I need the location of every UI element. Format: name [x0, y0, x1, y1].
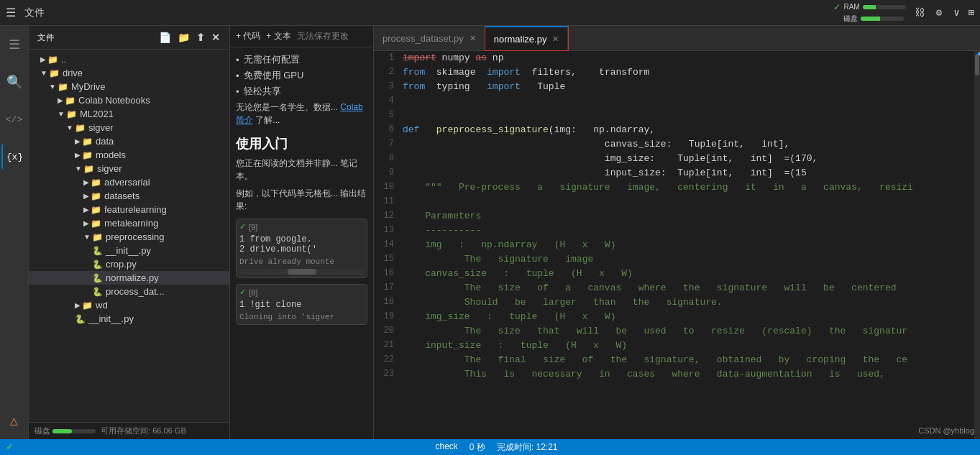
activity-menu-icon[interactable]: ☰	[1, 32, 27, 58]
status-time-label: 0 秒	[470, 441, 485, 454]
activity-explorer-icon[interactable]: {x}	[1, 144, 27, 170]
tree-item-metalearning[interactable]: ▶ 📁 metalearning	[29, 216, 229, 230]
status-check-icon: ✓	[6, 442, 13, 452]
tree-item-sigver2[interactable]: ▼ 📁 sigver	[29, 162, 229, 175]
chevron-down-icon: ▼	[75, 165, 82, 173]
link-icon[interactable]: ⛓	[912, 6, 928, 20]
tree-item-adversarial[interactable]: ▶ 📁 adversarial	[29, 175, 229, 189]
tree-item-wd[interactable]: ▶ 📁 wd	[29, 298, 229, 312]
tab-normalize[interactable]: normalize.py ✕	[485, 26, 569, 50]
cell-block-2[interactable]: ✓ [8] 1 !git clone Cloning into 'sigver	[236, 284, 367, 325]
upload-icon[interactable]: ⬆	[196, 32, 206, 43]
code-line-14: 14 img : np.ndarray (H x W)	[377, 238, 974, 252]
chevron-down-icon[interactable]: ∨	[951, 5, 962, 20]
editor-area: 1 import numpy as np 2 from skimage impo…	[374, 51, 980, 439]
tree-label: models	[96, 150, 126, 160]
tree-label: MyDrive	[71, 81, 106, 92]
cell-header-2: ✓ [8]	[239, 288, 364, 297]
tree-item-ml2021[interactable]: ▼ 📁 ML2021	[29, 107, 229, 121]
tree-item-normalize[interactable]: 🐍 normalize.py	[29, 271, 229, 285]
notebook-panel: + 代码 + 文本 无法保存更改 • 无需任何配置 • 免费使用 GPU • 轻…	[230, 26, 374, 439]
chevron-right-icon: ▶	[75, 137, 81, 145]
line-num-15: 15	[377, 252, 403, 265]
settings-icon[interactable]: ⚙	[933, 5, 945, 20]
folder-icon: 📁	[82, 300, 93, 311]
grid-icon[interactable]: ⊞	[968, 6, 974, 19]
tab-process-dataset[interactable]: process_dataset.py ✕	[374, 26, 485, 50]
tab-label-process: process_dataset.py	[383, 33, 464, 44]
tree-item-datasets[interactable]: ▶ 📁 datasets	[29, 189, 229, 203]
code-line-12: 12 Parameters	[377, 209, 974, 224]
activity-bottom: △	[1, 408, 27, 433]
status-check-label: check	[435, 441, 457, 454]
bullet-text-1: 无需任何配置	[244, 53, 300, 66]
activity-triangle-icon[interactable]: △	[1, 408, 27, 433]
folder-icon: 📁	[82, 150, 93, 160]
tree-item-dotdot[interactable]: ▶ 📁 ..	[29, 52, 229, 66]
ram-row: ✓ RAM	[833, 2, 905, 12]
line-content-7: canvas_size: Tuple[int, int],	[403, 137, 974, 152]
tree-item-mydrive[interactable]: ▼ 📁 MyDrive	[29, 80, 229, 93]
file-tree[interactable]: ▶ 📁 .. ▼ 📁 drive ▼ 📁 MyDrive ▶ 📁 Colab N…	[29, 50, 229, 422]
line-num-1: 1	[377, 51, 403, 64]
cell-block-1[interactable]: ✓ [9] 1 from google. 2 drive.mount(' Dri…	[236, 219, 367, 278]
folder-icon: 📁	[65, 96, 75, 106]
tree-item-processdat[interactable]: 🐍 process_dat...	[29, 285, 229, 298]
explorer-close-icon[interactable]: ✕	[211, 32, 221, 43]
scrollbar-thumb[interactable]	[288, 269, 316, 275]
editor-content[interactable]: 1 import numpy as np 2 from skimage impo…	[377, 51, 974, 439]
new-folder-icon[interactable]: 📁	[178, 32, 191, 43]
tree-item-sigver1[interactable]: ▼ 📁 sigver	[29, 121, 229, 134]
cell-header-1: ✓ [9]	[239, 222, 364, 231]
bullet-text-3: 轻松共享	[244, 85, 281, 98]
tree-label: datasets	[104, 190, 139, 201]
line-num-20: 20	[377, 324, 403, 337]
code-line-4: 4	[377, 94, 974, 109]
activity-code-icon[interactable]: </>	[1, 106, 27, 132]
tree-label: Colab Notebooks	[78, 95, 150, 106]
line-content-14: img : np.ndarray (H x W)	[403, 238, 974, 252]
line-num-13: 13	[377, 224, 403, 236]
scrollbar-thumb[interactable]	[975, 54, 979, 75]
tree-item-colab-notebooks[interactable]: ▶ 📁 Colab Notebooks	[29, 93, 229, 107]
code-line-19: 19 img_size : tuple (H x W)	[377, 310, 974, 324]
tab-close-normalize[interactable]: ✕	[552, 35, 559, 44]
add-text-button[interactable]: + 文本	[266, 30, 290, 42]
code-line-1: 1 import numpy as np	[377, 51, 974, 65]
tree-item-init2[interactable]: 🐍 __init__.py	[29, 312, 229, 326]
notebook-content: • 无需任何配置 • 免费使用 GPU • 轻松共享 无论您是一名学生、数据..…	[230, 47, 373, 336]
tab-label-normalize: normalize.py	[494, 34, 547, 45]
tree-item-crop[interactable]: 🐍 crop.py	[29, 257, 229, 271]
tree-label: wd	[96, 300, 108, 311]
hamburger-icon[interactable]: ☰	[6, 6, 16, 20]
code-line-22: 22 The final size of the signature, obta…	[377, 353, 974, 367]
tab-close-process[interactable]: ✕	[470, 34, 476, 43]
tree-item-featurelearning[interactable]: ▶ 📁 featurelearning	[29, 203, 229, 216]
folder-icon: 📁	[82, 137, 93, 147]
chevron-right-icon: ▶	[75, 151, 81, 159]
tree-item-drive[interactable]: ▼ 📁 drive	[29, 66, 229, 80]
tree-item-init1[interactable]: 🐍 __init__.py	[29, 244, 229, 257]
add-code-button[interactable]: + 代码	[236, 30, 260, 42]
chevron-down-icon: ▼	[58, 110, 65, 118]
file-explorer: 文件 📄 📁 ⬆ ✕ ▶ 📁 .. ▼ 📁 drive ▼ 📁	[29, 26, 230, 439]
csdn-badge: CSDN @yhblog	[918, 426, 974, 435]
chevron-right-icon: ▶	[83, 219, 89, 227]
tree-item-preprocessing[interactable]: ▼ 📁 preprocessing	[29, 230, 229, 244]
tree-label: metalearning	[104, 218, 158, 229]
line-content-23: This is necessary in cases where data-au…	[403, 367, 974, 382]
storage-available: 可用存储空间: 66.06 GB	[101, 426, 186, 435]
code-line-16: 16 canvas_size : tuple (H x W)	[377, 267, 974, 281]
editor-scrollbar[interactable]	[974, 51, 980, 439]
tree-item-data[interactable]: ▶ 📁 data	[29, 134, 229, 148]
storage-info: 磁盘	[35, 426, 96, 435]
chevron-right-icon: ▶	[83, 192, 89, 200]
new-file-icon[interactable]: 📄	[159, 32, 172, 43]
code-line-6: 6 def preprocess_signature(img: np.ndarr…	[377, 123, 974, 137]
line-num-10: 10	[377, 180, 403, 193]
line-content-17: The size of a canvas where the signature…	[403, 281, 974, 295]
activity-search-icon[interactable]: 🔍	[1, 69, 27, 95]
tree-label: crop.py	[106, 259, 137, 270]
tree-label: preprocessing	[106, 231, 165, 242]
tree-item-models[interactable]: ▶ 📁 models	[29, 148, 229, 162]
